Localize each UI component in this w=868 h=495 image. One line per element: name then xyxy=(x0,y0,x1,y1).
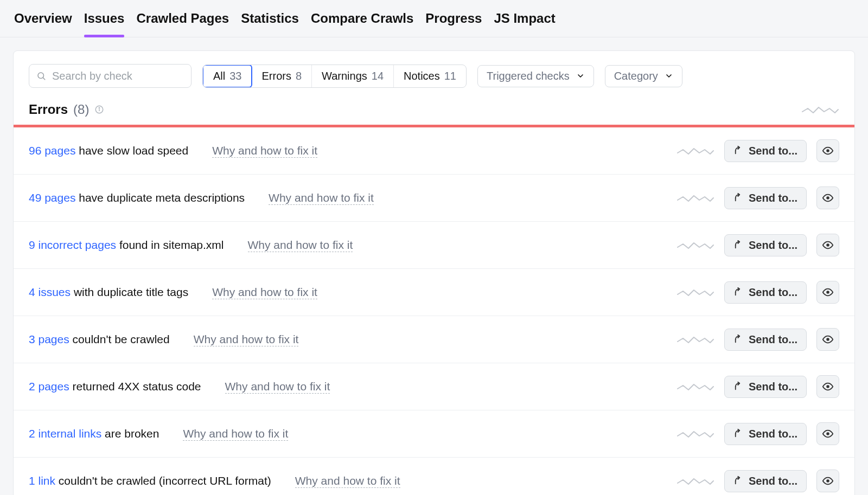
filter-label: Notices xyxy=(404,70,440,82)
row-actions: Send to... xyxy=(676,422,839,445)
issue-count-link[interactable]: 4 issues xyxy=(29,286,71,298)
svg-point-11 xyxy=(827,433,829,435)
fix-link[interactable]: Why and how to fix it xyxy=(212,144,317,158)
triggered-checks-dropdown[interactable]: Triggered checks xyxy=(477,65,594,87)
view-button[interactable] xyxy=(816,375,839,398)
search-icon xyxy=(36,71,46,81)
eye-icon xyxy=(822,286,834,298)
search-input[interactable] xyxy=(29,64,192,88)
section-header: Errors (8) xyxy=(14,88,854,125)
issue-row: 2 pages returned 4XX status codeWhy and … xyxy=(14,363,854,410)
section-count: (8) xyxy=(73,102,89,117)
send-to-label: Send to... xyxy=(749,286,797,299)
fix-link[interactable]: Why and how to fix it xyxy=(225,380,330,394)
send-to-button[interactable]: Send to... xyxy=(724,470,807,492)
send-to-button[interactable]: Send to... xyxy=(724,376,807,398)
sparkline-icon xyxy=(676,287,714,298)
view-button[interactable] xyxy=(816,281,839,304)
share-icon xyxy=(733,193,743,203)
issue-count-link[interactable]: 1 link xyxy=(29,474,55,487)
issue-text: 96 pages have slow load speed xyxy=(29,144,188,157)
issue-count-link[interactable]: 3 pages xyxy=(29,333,69,345)
issues-card: All33Errors8Warnings14Notices11 Triggere… xyxy=(13,50,855,495)
eye-icon xyxy=(822,192,834,204)
filter-count: 14 xyxy=(372,70,384,82)
category-label: Category xyxy=(614,70,658,82)
sparkline-icon xyxy=(676,334,714,345)
issue-count-link[interactable]: 2 pages xyxy=(29,380,69,393)
view-button[interactable] xyxy=(816,187,839,209)
toolbar: All33Errors8Warnings14Notices11 Triggere… xyxy=(14,51,854,88)
send-to-button[interactable]: Send to... xyxy=(724,329,807,351)
share-icon xyxy=(733,382,743,391)
view-button[interactable] xyxy=(816,139,839,162)
nav-tab-overview[interactable]: Overview xyxy=(14,11,72,37)
sparkline-icon xyxy=(676,475,714,486)
send-to-button[interactable]: Send to... xyxy=(724,140,807,162)
filter-all[interactable]: All33 xyxy=(202,65,252,88)
sparkline-icon xyxy=(676,240,714,250)
eye-icon xyxy=(822,428,834,440)
issue-description: have slow load speed xyxy=(75,144,188,157)
view-button[interactable] xyxy=(816,422,839,445)
svg-point-9 xyxy=(827,338,829,340)
category-dropdown[interactable]: Category xyxy=(605,65,682,87)
svg-point-4 xyxy=(99,107,100,108)
nav-tab-issues[interactable]: Issues xyxy=(84,11,125,37)
row-actions: Send to... xyxy=(676,139,839,162)
row-actions: Send to... xyxy=(676,470,839,492)
send-to-label: Send to... xyxy=(749,333,797,346)
issue-count-link[interactable]: 2 internal links xyxy=(29,427,101,440)
issue-count-link[interactable]: 9 incorrect pages xyxy=(29,239,116,251)
view-button[interactable] xyxy=(816,470,839,492)
share-icon xyxy=(733,146,743,156)
fix-link[interactable]: Why and how to fix it xyxy=(295,474,400,488)
send-to-label: Send to... xyxy=(749,475,797,487)
issue-description: have duplicate meta descriptions xyxy=(75,191,245,204)
issue-row: 1 link couldn't be crawled (incorrect UR… xyxy=(14,458,854,495)
issue-row: 3 pages couldn't be crawledWhy and how t… xyxy=(14,316,854,363)
sparkline-icon xyxy=(676,145,714,156)
filter-notices[interactable]: Notices11 xyxy=(394,65,466,87)
section-title-text: Errors xyxy=(29,102,68,117)
share-icon xyxy=(733,429,743,439)
nav-tab-progress[interactable]: Progress xyxy=(425,11,482,37)
send-to-button[interactable]: Send to... xyxy=(724,187,807,209)
row-actions: Send to... xyxy=(676,375,839,398)
fix-link[interactable]: Why and how to fix it xyxy=(269,191,374,205)
fix-link[interactable]: Why and how to fix it xyxy=(183,427,288,441)
filter-count: 11 xyxy=(444,70,456,82)
row-actions: Send to... xyxy=(676,187,839,209)
sparkline-icon xyxy=(676,192,714,203)
send-to-label: Send to... xyxy=(749,145,797,157)
svg-point-5 xyxy=(827,150,829,152)
filter-warnings[interactable]: Warnings14 xyxy=(312,65,394,87)
nav-tab-statistics[interactable]: Statistics xyxy=(241,11,299,37)
fix-link[interactable]: Why and how to fix it xyxy=(194,333,299,346)
filter-count: 8 xyxy=(296,70,302,82)
search-wrap xyxy=(29,64,192,88)
send-to-label: Send to... xyxy=(749,192,797,204)
nav-tab-crawled-pages[interactable]: Crawled Pages xyxy=(136,11,229,37)
nav-tab-js-impact[interactable]: JS Impact xyxy=(494,11,555,37)
share-icon xyxy=(733,476,743,486)
fix-link[interactable]: Why and how to fix it xyxy=(248,239,353,252)
section-title: Errors (8) xyxy=(29,102,104,117)
view-button[interactable] xyxy=(816,234,839,256)
view-button[interactable] xyxy=(816,328,839,351)
issue-count-link[interactable]: 96 pages xyxy=(29,144,75,157)
filter-label: Warnings xyxy=(322,70,367,82)
issue-description: are broken xyxy=(101,427,159,440)
info-icon[interactable] xyxy=(94,105,104,114)
svg-point-10 xyxy=(827,385,829,388)
filter-errors[interactable]: Errors8 xyxy=(252,65,312,87)
filter-count: 33 xyxy=(229,70,241,82)
share-icon xyxy=(733,240,743,250)
nav-tab-compare-crawls[interactable]: Compare Crawls xyxy=(311,11,413,37)
send-to-button[interactable]: Send to... xyxy=(724,281,807,304)
send-to-button[interactable]: Send to... xyxy=(724,234,807,256)
fix-link[interactable]: Why and how to fix it xyxy=(212,286,317,299)
send-to-button[interactable]: Send to... xyxy=(724,423,807,445)
issue-count-link[interactable]: 49 pages xyxy=(29,191,75,204)
send-to-label: Send to... xyxy=(749,239,797,252)
